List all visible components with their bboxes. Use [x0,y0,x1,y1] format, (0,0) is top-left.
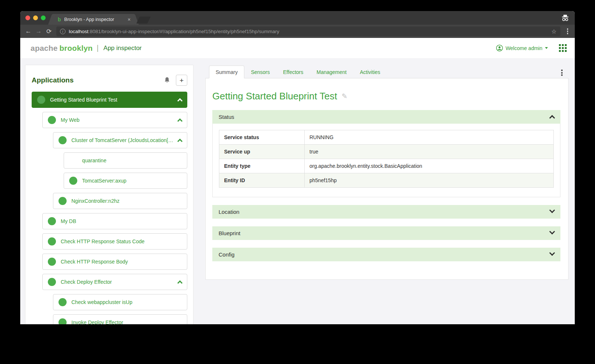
user-menu[interactable]: Welcome admin [496,45,548,52]
brand-brooklyn: brooklyn [60,44,93,52]
url-text: localhost:8081/brooklyn-ui-app-inspector… [69,29,548,34]
status-row-label: Service status [219,130,305,144]
entity-tree-item[interactable]: Cluster of TomcatServer (JcloudsLocation… [53,132,187,148]
entity-tree-item-label: Getting Started Blueprint Test [50,97,117,103]
status-table-row: Service status RUNNING [219,130,553,144]
entity-tab-label: Activities [360,69,380,75]
applications-title: Applications [32,76,164,84]
brooklyn-favicon-icon: b [58,17,61,22]
entity-tab-label: Sensors [251,69,270,75]
minimize-window-button[interactable] [33,15,38,20]
accordion-panel-title: Config [219,251,550,258]
entity-status-dot [59,197,67,205]
notifications-bell-icon[interactable] [164,77,170,84]
entity-status-dot [59,136,67,144]
status-row-label: Entity ID [219,173,305,187]
entity-tree-item-label: My DB [61,218,76,224]
bookmark-star-icon[interactable]: ☆ [551,28,556,35]
entity-tree-item-label: TomcatServer:axup [82,178,127,184]
status-panel-body: Service status RUNNING Service up true [212,124,560,197]
chevron-down-icon [549,207,555,213]
entity-tree-item[interactable]: Check webappcluster isUp [53,294,187,310]
panel-menu-button[interactable] [561,70,563,76]
entity-tree-item[interactable]: quarantine [64,152,187,169]
tab-close-icon[interactable]: × [128,17,131,22]
entity-tree: Getting Started Blueprint Test My Web Cl… [25,92,193,324]
chevron-up-icon[interactable] [177,98,183,103]
collapsed-panels: Location Blueprint Config [212,205,560,261]
forward-button[interactable]: → [33,28,44,35]
chevron-up-icon[interactable] [177,280,183,286]
accordion-panel-header[interactable]: Location [212,205,560,219]
entity-tab[interactable]: Management [310,66,353,78]
page-info-icon[interactable]: i [60,29,65,34]
window-controls [25,15,46,20]
entity-tree-item-label: My Web [61,117,79,123]
browser-toolbar: ← → ⟳ i localhost:8081/brooklyn-ui-app-i… [20,25,575,38]
entity-tree-item[interactable]: TomcatServer:axup [64,173,187,189]
entity-tab-label: Summary [216,69,238,75]
entity-tree-item[interactable]: Check HTTP Response Body [42,254,187,270]
add-application-button[interactable]: + [176,75,187,86]
entity-tree-item[interactable]: Getting Started Blueprint Test [32,92,187,108]
entity-tab[interactable]: Summary [209,66,244,78]
tab-title: Brooklyn - App inspector [64,17,125,22]
entity-tree-item[interactable]: My Web [42,112,187,128]
page-content: Applications + Getting Started Blueprint… [20,58,575,324]
entity-status-dot [59,298,67,306]
address-bar[interactable]: i localhost:8081/brooklyn-ui-app-inspect… [56,26,560,36]
entity-status-dot [48,237,56,245]
brooklyn-logo[interactable]: apachebrooklyn [31,44,93,53]
entity-tab[interactable]: Sensors [244,66,276,78]
entity-tab[interactable]: Effectors [276,66,310,78]
status-table-row: Entity ID ph5nef15hp [219,173,553,187]
entity-status-dot [59,318,67,324]
chevron-up-icon [549,115,555,121]
back-button[interactable]: ← [23,28,33,35]
browser-menu-button[interactable] [563,27,572,36]
status-row-label: Service up [219,145,305,159]
entity-tree-item-label: Check HTTP Response Status Code [61,238,145,244]
entity-tree-item[interactable]: Check HTTP Response Status Code [42,233,187,250]
entity-tree-item-label: Check webappcluster isUp [71,299,132,305]
summary-tab-body: Getting Started Blueprint Test ✎ Status [205,78,569,280]
user-menu-label: Welcome admin [506,45,542,51]
chevron-down-icon [549,229,555,234]
entity-tab[interactable]: Activities [353,66,387,78]
entity-tree-item[interactable]: Invoke Deploy Effector [53,314,187,324]
entity-tree-item-label: Cluster of TomcatServer (JcloudsLocation… [71,137,173,143]
status-row-value: RUNNING [305,130,553,144]
entity-status-dot [48,258,56,266]
refresh-button[interactable]: ⟳ [44,28,54,35]
entity-tree-item-label: NginxController:n2hz [71,198,120,204]
browser-window: b Brooklyn - App inspector × ← → ⟳ i loc… [20,11,575,324]
new-tab-button[interactable] [136,17,150,24]
status-panel-header[interactable]: Status [212,110,560,124]
chevron-down-icon [545,47,548,49]
chevron-up-icon[interactable] [177,119,183,124]
chevron-up-icon[interactable] [177,139,183,144]
accordion-panel-header[interactable]: Blueprint [212,226,560,240]
close-window-button[interactable] [25,15,30,20]
app-header: apachebrooklyn | App inspector Welcome a… [20,38,575,58]
accordion-panel-header[interactable]: Config [212,248,560,261]
entity-status-dot [48,217,56,225]
url-path: :8081/brooklyn-ui-app-inspector/#!/appli… [88,29,279,34]
entity-status-dot [37,96,45,104]
app-grid-icon[interactable] [559,44,567,52]
browser-tab[interactable]: b Brooklyn - App inspector × [53,14,134,25]
chevron-down-icon [549,250,555,256]
entity-tree-item[interactable]: My DB [42,213,187,229]
product-name[interactable]: App inspector [103,45,142,52]
status-row-label: Entity type [219,159,305,173]
entity-tree-item-label: Invoke Deploy Effector [71,319,123,324]
entity-tree-item[interactable]: Check Deploy Effector [42,274,187,290]
entity-tabs: Summary Sensors Effectors Management Act… [205,66,569,78]
accordion-panel-title: Location [219,209,550,215]
status-table-row: Entity type org.apache.brooklyn.entity.s… [219,159,553,173]
entity-tree-item[interactable]: NginxController:n2hz [53,193,187,209]
zoom-window-button[interactable] [41,15,46,20]
entity-status-dot [48,116,56,124]
status-panel-title: Status [219,114,550,120]
edit-title-pencil-icon[interactable]: ✎ [341,92,347,100]
